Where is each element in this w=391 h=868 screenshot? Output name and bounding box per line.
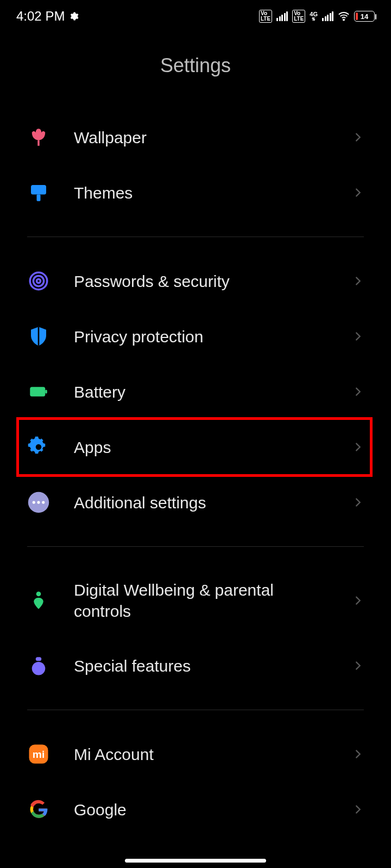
item-label: Passwords & security	[74, 271, 328, 292]
chevron-right-icon	[352, 496, 364, 508]
item-label: Digital Wellbeing & parental controls	[74, 579, 328, 622]
gear-icon	[69, 11, 79, 21]
page-title: Settings	[0, 33, 391, 110]
settings-item-wallpaper[interactable]: Wallpaper	[0, 110, 391, 165]
chevron-right-icon	[352, 275, 364, 287]
battery-icon	[27, 380, 50, 403]
mi-icon: mi	[27, 743, 50, 765]
chevron-right-icon	[352, 330, 364, 342]
chevron-right-icon	[352, 386, 364, 398]
status-time: 4:02 PM	[16, 9, 65, 24]
item-label: Themes	[74, 182, 328, 203]
settings-item-apps[interactable]: Apps	[0, 419, 391, 475]
battery-icon: 14	[354, 11, 375, 22]
heart-person-icon	[27, 589, 50, 612]
svg-rect-2	[37, 195, 41, 201]
settings-item-themes[interactable]: Themes	[0, 165, 391, 220]
item-label: Mi Account	[74, 744, 328, 765]
chevron-right-icon	[352, 441, 364, 453]
svg-point-8	[36, 444, 42, 450]
svg-point-15	[32, 662, 46, 675]
svg-point-0	[343, 19, 344, 20]
volte-badge-1-icon: VoLTE	[259, 10, 272, 23]
svg-point-5	[37, 279, 41, 283]
signal-bars-2-icon	[322, 11, 333, 21]
signal-bars-1-icon	[276, 11, 288, 21]
shield-icon	[27, 325, 50, 348]
settings-item-battery[interactable]: Battery	[0, 364, 391, 419]
svg-rect-7	[45, 390, 47, 394]
divider	[27, 237, 364, 237]
svg-rect-6	[30, 387, 45, 397]
dots-icon	[27, 491, 50, 514]
item-label: Google	[74, 799, 328, 820]
chevron-right-icon	[352, 748, 364, 760]
svg-point-12	[42, 501, 45, 503]
svg-text:mi: mi	[33, 749, 45, 760]
network-type: 4G	[310, 11, 318, 17]
chevron-right-icon	[352, 660, 364, 672]
svg-point-11	[37, 501, 40, 503]
wifi-icon	[338, 10, 350, 22]
settings-item-privacy[interactable]: Privacy protection	[0, 309, 391, 364]
svg-point-4	[33, 276, 43, 286]
divider	[27, 546, 364, 547]
flask-icon	[27, 654, 50, 677]
chevron-right-icon	[352, 131, 364, 143]
item-label: Special features	[74, 655, 328, 676]
status-bar: 4:02 PM VoLTE VoLTE 4G ⇅ 14	[0, 0, 391, 33]
app-gear-icon	[27, 436, 50, 458]
settings-item-wellbeing[interactable]: Digital Wellbeing & parental controls	[0, 563, 391, 638]
svg-point-13	[36, 591, 41, 596]
chevron-right-icon	[352, 803, 364, 815]
fingerprint-icon	[27, 270, 50, 292]
svg-point-10	[33, 501, 35, 503]
settings-list: Wallpaper Themes Passwords & security Pr…	[0, 110, 391, 837]
item-label: Apps	[74, 437, 328, 458]
settings-item-special[interactable]: Special features	[0, 638, 391, 693]
volte-badge-2-icon: VoLTE	[292, 10, 305, 23]
svg-rect-1	[31, 185, 46, 195]
settings-item-google[interactable]: Google	[0, 782, 391, 837]
item-label: Privacy protection	[74, 326, 328, 347]
item-label: Wallpaper	[74, 127, 328, 148]
chevron-right-icon	[352, 187, 364, 199]
google-icon	[27, 798, 50, 821]
settings-item-mi-account[interactable]: mi Mi Account	[0, 726, 391, 782]
home-indicator[interactable]	[125, 859, 266, 863]
settings-item-passwords[interactable]: Passwords & security	[0, 253, 391, 309]
chevron-right-icon	[352, 595, 364, 607]
svg-rect-14	[36, 657, 42, 661]
item-label: Additional settings	[74, 492, 328, 513]
brush-icon	[27, 181, 50, 204]
divider	[27, 710, 364, 710]
settings-item-additional[interactable]: Additional settings	[0, 475, 391, 530]
item-label: Battery	[74, 381, 328, 403]
tulip-icon	[27, 126, 50, 149]
